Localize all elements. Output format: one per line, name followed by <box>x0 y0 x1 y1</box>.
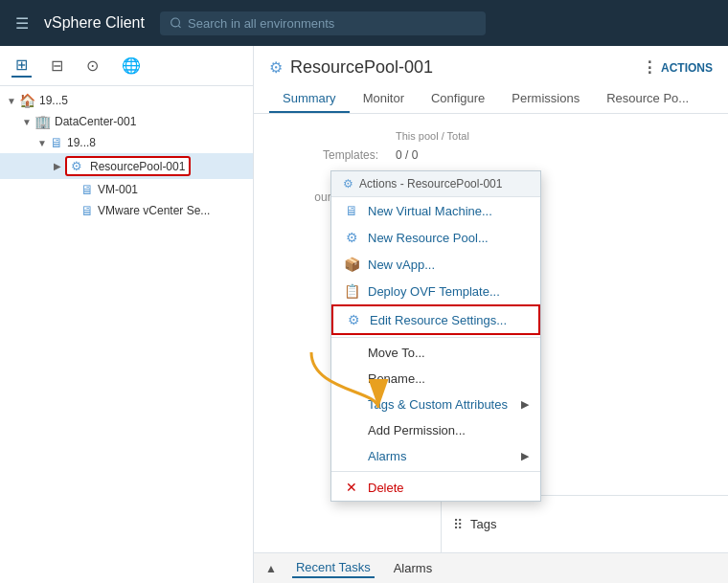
edit-settings-label: Edit Resource Settings... <box>370 313 507 327</box>
new-pool-label: New Resource Pool... <box>368 231 489 245</box>
top-header: ☰ vSphere Client <box>0 0 728 46</box>
summary-col-header: This pool / Total <box>388 127 711 144</box>
tags-label: Tags <box>470 517 496 531</box>
dropdown-item-new-pool[interactable]: ⚙ New Resource Pool... <box>331 224 540 251</box>
summary-label-templates: Templates: <box>271 146 386 165</box>
deploy-ovf-icon: 📋 <box>343 283 360 299</box>
tab-configure[interactable]: Configure <box>418 85 498 113</box>
main-layout: ❮ ⊞ ⊟ ⊙ 🌐 ▼ 🏠 19...5 ▼ 🏢 DataCenter-001 <box>0 46 728 583</box>
tree-label-resourcepool: ResourcePool-001 <box>90 160 185 173</box>
bottom-bar: ▲ Recent Tasks Alarms <box>254 552 728 583</box>
content-area: ⚙ ResourcePool-001 ⋮ ACTIONS Summary Mon… <box>254 46 728 583</box>
bottom-tab-recent-tasks[interactable]: Recent Tasks <box>292 558 375 578</box>
new-pool-icon: ⚙ <box>343 230 360 245</box>
dropdown-item-delete[interactable]: ✕ Delete <box>331 474 540 501</box>
dropdown-item-new-vapp[interactable]: 📦 New vApp... <box>331 251 540 278</box>
new-vm-label: New Virtual Machine... <box>368 204 492 218</box>
rename-label: Rename... <box>368 371 425 386</box>
dropdown-item-rename[interactable]: Rename... <box>331 366 540 392</box>
tree-item-root[interactable]: ▼ 🏠 19...5 <box>0 90 253 111</box>
tab-resource-pools[interactable]: Resource Po... <box>593 85 702 113</box>
tags-panel: ⠿ Tags <box>441 495 728 552</box>
tree-label-datacenter: DataCenter-001 <box>55 115 136 128</box>
dropdown-header-label: Actions - ResourcePool-001 <box>359 177 502 191</box>
summary-header-row: This pool / Total <box>271 127 711 144</box>
tree-icon-vm1: 🖥 <box>80 182 94 197</box>
dropdown-item-alarms[interactable]: Alarms ▶ <box>331 443 540 469</box>
bottom-tab-alarms[interactable]: Alarms <box>390 559 436 577</box>
svg-line-1 <box>178 26 180 28</box>
tab-permissions[interactable]: Permissions <box>498 85 593 113</box>
tree-item-vcenter[interactable]: 🖥 VMware vCenter Se... <box>0 200 253 221</box>
new-vapp-label: New vApp... <box>368 258 435 272</box>
tags-submenu-arrow: ▶ <box>521 398 529 411</box>
tree-icon-root: 🏠 <box>19 93 35 108</box>
tree-item-host[interactable]: ▼ 🖥 19...8 <box>0 132 253 153</box>
actions-label: ACTIONS <box>661 61 713 75</box>
tree-toggle-host[interactable]: ▼ <box>34 138 50 148</box>
resource-pool-title-icon: ⚙ <box>269 58 283 77</box>
new-vapp-icon: 📦 <box>343 257 360 272</box>
tags-attr-label: Tags & Custom Attributes <box>368 397 508 412</box>
table-row: Templates: 0 / 0 <box>271 146 711 165</box>
dropdown-item-new-vm[interactable]: 🖥 New Virtual Machine... <box>331 197 540 224</box>
search-input[interactable] <box>188 16 476 31</box>
bottom-bar-toggle-icon[interactable]: ▲ <box>265 562 277 575</box>
delete-icon: ✕ <box>343 480 360 495</box>
hamburger-icon[interactable]: ☰ <box>15 14 29 33</box>
tab-monitor[interactable]: Monitor <box>350 85 418 113</box>
dropdown-divider-1 <box>331 337 540 338</box>
alarms-submenu-arrow: ▶ <box>521 450 529 462</box>
sidebar-icon-tree[interactable]: ⊞ <box>11 54 32 78</box>
dropdown-header-icon: ⚙ <box>343 177 353 191</box>
actions-dots-icon: ⋮ <box>642 58 657 77</box>
sidebar-icons-row: ⊞ ⊟ ⊙ 🌐 <box>0 46 253 86</box>
dropdown-item-edit-settings[interactable]: ⚙ Edit Resource Settings... <box>331 304 540 335</box>
summary-col-empty <box>271 127 386 144</box>
tree-container: ▼ 🏠 19...5 ▼ 🏢 DataCenter-001 ▼ 🖥 19...8 <box>0 86 253 583</box>
tree-icon-datacenter: 🏢 <box>34 114 51 129</box>
svg-point-0 <box>171 18 180 27</box>
tabs-row: Summary Monitor Configure Permissions Re… <box>269 85 713 113</box>
tree-toggle-root[interactable]: ▼ <box>4 96 19 106</box>
sidebar-icon-list[interactable]: ⊟ <box>47 55 67 77</box>
dropdown-item-move-to[interactable]: Move To... <box>331 340 540 366</box>
actions-button[interactable]: ⋮ ACTIONS <box>642 58 713 77</box>
dropdown-item-tags[interactable]: Tags & Custom Attributes ▶ <box>331 392 540 417</box>
tags-grid-icon: ⠿ <box>453 517 463 532</box>
add-permission-label: Add Permission... <box>368 423 466 437</box>
summary-value-templates: 0 / 0 <box>388 146 711 165</box>
content-header: ⚙ ResourcePool-001 ⋮ ACTIONS Summary Mon… <box>254 46 728 114</box>
dropdown-menu: ⚙ Actions - ResourcePool-001 🖥 New Virtu… <box>330 170 541 502</box>
sidebar-icon-network[interactable]: 🌐 <box>118 55 145 77</box>
dropdown-item-deploy-ovf[interactable]: 📋 Deploy OVF Template... <box>331 278 540 304</box>
tree-label-vm1: VM-001 <box>98 183 138 196</box>
dropdown-item-add-permission[interactable]: Add Permission... <box>331 417 540 443</box>
move-to-label: Move To... <box>368 346 425 360</box>
tree-toggle-datacenter[interactable]: ▼ <box>19 117 34 127</box>
sidebar-icon-storage[interactable]: ⊙ <box>82 55 102 77</box>
edit-settings-icon: ⚙ <box>345 312 362 327</box>
tree-icon-vcenter: 🖥 <box>80 203 94 218</box>
tree-label-host: 19...8 <box>67 136 96 149</box>
resource-title: ResourcePool-001 <box>290 57 433 78</box>
search-bar <box>160 11 486 35</box>
tree-item-datacenter[interactable]: ▼ 🏢 DataCenter-001 <box>0 111 253 132</box>
deploy-ovf-label: Deploy OVF Template... <box>368 284 500 299</box>
tree-icon-resourcepool: ⚙ <box>71 159 82 173</box>
tree-icon-host: 🖥 <box>50 135 63 150</box>
alarms-label: Alarms <box>368 449 406 463</box>
dropdown-header: ⚙ Actions - ResourcePool-001 <box>331 171 540 197</box>
tree-toggle-resourcepool[interactable]: ▶ <box>50 161 65 171</box>
tree-item-vm1[interactable]: 🖥 VM-001 <box>0 179 253 200</box>
resource-pool-item[interactable]: ⚙ ResourcePool-001 <box>65 156 191 176</box>
tree-item-resourcepool[interactable]: ▶ ⚙ ResourcePool-001 <box>0 153 253 179</box>
app-title: vSphere Client <box>44 14 145 32</box>
tab-summary[interactable]: Summary <box>269 85 350 113</box>
sidebar: ❮ ⊞ ⊟ ⊙ 🌐 ▼ 🏠 19...5 ▼ 🏢 DataCenter-001 <box>0 46 254 583</box>
tree-label-root: 19...5 <box>39 94 68 107</box>
dropdown-divider-2 <box>331 471 540 472</box>
tree-label-vcenter: VMware vCenter Se... <box>98 204 210 217</box>
search-icon <box>170 16 182 30</box>
delete-label: Delete <box>368 481 404 495</box>
